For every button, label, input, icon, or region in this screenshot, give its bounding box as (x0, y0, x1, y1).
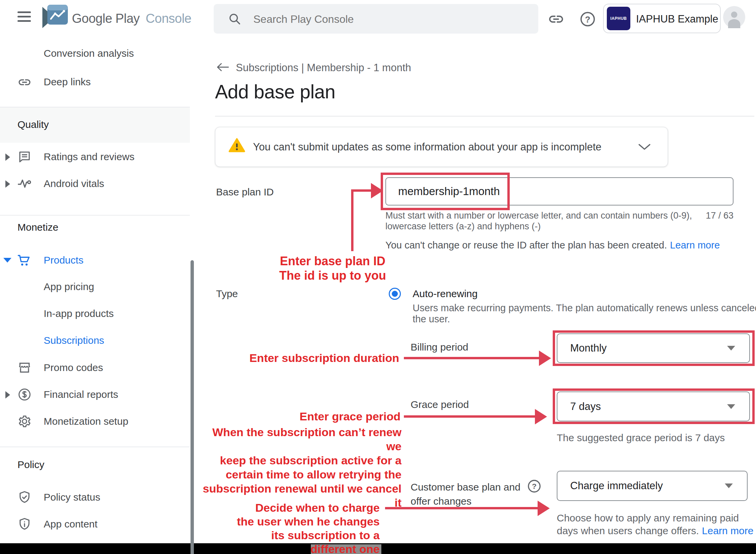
annotation-highlight-base-plan-id (381, 173, 510, 210)
sidebar-item-android-vitals[interactable]: Android vitals (0, 176, 188, 192)
logo-text-google-play: Google Play (72, 11, 140, 26)
chevron-down-icon[interactable] (638, 143, 651, 152)
annotation-arrowhead (535, 409, 547, 424)
annotation-highlight-billing (553, 330, 755, 366)
sidebar-item-label: Policy status (44, 492, 100, 503)
storefront-icon (17, 361, 32, 375)
breadcrumb[interactable]: Subscriptions | Membership - 1 month (236, 62, 411, 74)
chevron-down-icon[interactable] (3, 258, 11, 263)
content-divider (215, 116, 754, 117)
vertical-scrollbar[interactable] (191, 260, 194, 554)
dropdown-caret-icon (725, 483, 733, 488)
chevron-right-icon[interactable] (5, 153, 10, 161)
annotation-line: Enter base plan ID (265, 254, 400, 268)
sidebar-item-monetization-setup[interactable]: Monetization setup (0, 414, 188, 430)
account-chip[interactable]: IAPHUB IAPHUB Example (603, 4, 721, 33)
annotation-arrowhead (538, 501, 550, 516)
help-icon[interactable]: ? (579, 11, 596, 29)
auto-renewing-radio[interactable] (389, 288, 401, 300)
auto-renewing-label[interactable]: Auto-renewing (413, 288, 477, 299)
sidebar-divider (0, 447, 190, 447)
warning-icon (227, 137, 246, 155)
annotation-arrowhead (539, 351, 551, 366)
base-plan-id-label: Base plan ID (216, 186, 274, 198)
sidebar-item-ratings-and-reviews[interactable]: Ratings and reviews (0, 149, 188, 165)
annotation-line: Decide when to charge (212, 501, 380, 515)
search-input[interactable] (253, 4, 523, 34)
sidebar-item-label: Android vitals (44, 178, 104, 189)
annotation-line: different one (212, 542, 380, 554)
annotation-arrowhead (371, 183, 383, 198)
sidebar-item-app-pricing[interactable]: App pricing (44, 281, 94, 292)
auto-renewing-desc-line2: the user. (413, 314, 450, 325)
sidebar-item-financial-reports[interactable]: Financial reports (0, 387, 188, 403)
sidebar-item-app-content[interactable]: App content (0, 516, 188, 533)
page-title: Add base plan (215, 81, 335, 103)
grace-period-label: Grace period (411, 399, 469, 410)
badge-label: IAPHUB (610, 16, 627, 21)
gear-icon (17, 414, 32, 428)
annotation-line: When the subscription can’t renew we (200, 425, 402, 453)
sidebar-item-promo-codes[interactable]: Promo codes (0, 360, 188, 376)
sidebar-item-label: Products (44, 255, 83, 266)
account-name: IAPHUB Example (636, 13, 718, 25)
warning-banner[interactable]: You can't submit updates as some informa… (215, 127, 668, 167)
annotation-enter-subscription-duration: Enter subscription duration (231, 351, 399, 365)
customer-changes-helper-line1: Choose how to apply any remaining paid (557, 512, 739, 524)
base-plan-note: You can't change or reuse the ID after t… (385, 240, 720, 251)
chevron-right-icon[interactable] (5, 391, 10, 399)
sidebar-item-label: Deep links (44, 76, 91, 88)
learn-more-link[interactable]: Learn more (670, 240, 720, 250)
sidebar-divider (0, 215, 190, 216)
annotation-line: keep the subscription active for a (200, 453, 402, 467)
sidebar-item-conversion-analysis[interactable]: Conversion analysis (44, 48, 134, 59)
radio-dot (392, 291, 398, 297)
hamburger-menu[interactable] (17, 11, 32, 24)
annotation-decide-when-to-charge: Decide when to charge the user when he c… (212, 501, 380, 554)
sidebar-item-deep-links[interactable]: Deep links (0, 75, 188, 90)
annotation-line: certain time to allow retrying the (200, 467, 402, 481)
sidebar-item-policy-status[interactable]: Policy status (0, 490, 188, 506)
type-label: Type (216, 288, 238, 299)
char-counter: 17 / 63 (666, 211, 733, 221)
cart-icon (17, 253, 31, 267)
back-arrow-icon[interactable] (216, 62, 229, 74)
vitals-icon (17, 177, 32, 191)
help-circle-icon[interactable]: ? (527, 479, 542, 495)
account-app-badge: IAPHUB (607, 7, 630, 30)
link-icon (17, 75, 32, 89)
chevron-right-icon[interactable] (5, 180, 10, 188)
annotation-highlight-grace (553, 388, 755, 424)
sidebar-item-label: Financial reports (44, 389, 118, 400)
customer-changes-label: Customer base plan and offer changes (411, 480, 521, 508)
annotation-arrow-line (351, 189, 372, 192)
annotation-arrow-line (385, 507, 538, 509)
sidebar-item-in-app-products[interactable]: In-app products (44, 308, 114, 319)
base-plan-helper-line1: Must start with a number or lowercase le… (385, 211, 692, 221)
sidebar-item-subscriptions[interactable]: Subscriptions (44, 335, 104, 346)
auto-renewing-desc-line1: Users make recurring payments. The plan … (413, 303, 756, 314)
grace-period-helper: The suggested grace period is 7 days (557, 432, 725, 444)
annotation-line: the user when he changes (212, 515, 380, 528)
sidebar-item-label: App content (44, 518, 97, 530)
annotation-arrow-line (404, 415, 536, 418)
note-text: You can't change or reuse the ID after t… (385, 240, 667, 250)
sidebar-section-quality: Quality (17, 119, 49, 130)
annotation-line: The id is up to you (265, 268, 400, 283)
logo-text-console: Console (146, 11, 192, 26)
search-bar[interactable] (214, 4, 538, 34)
sidebar-item-products[interactable]: Products (0, 252, 188, 269)
annotation-grace-explanation: When the subscription can’t renew we kee… (200, 425, 402, 510)
annotation-line: its subscription to a (212, 528, 380, 542)
link-icon[interactable] (548, 11, 564, 29)
avatar[interactable] (723, 6, 745, 30)
helper-text: days when users change offers. (557, 525, 699, 536)
svg-text:?: ? (532, 482, 537, 491)
customer-changes-value: Charge immediately (570, 480, 663, 492)
shield-info-icon (17, 517, 32, 531)
customer-changes-select[interactable]: Charge immediately (557, 471, 748, 501)
app-logo-title: Google Play Console (72, 11, 192, 26)
learn-more-link[interactable]: Learn more (702, 525, 753, 536)
play-console-logo-icon (42, 4, 69, 31)
shield-check-icon (17, 490, 32, 504)
